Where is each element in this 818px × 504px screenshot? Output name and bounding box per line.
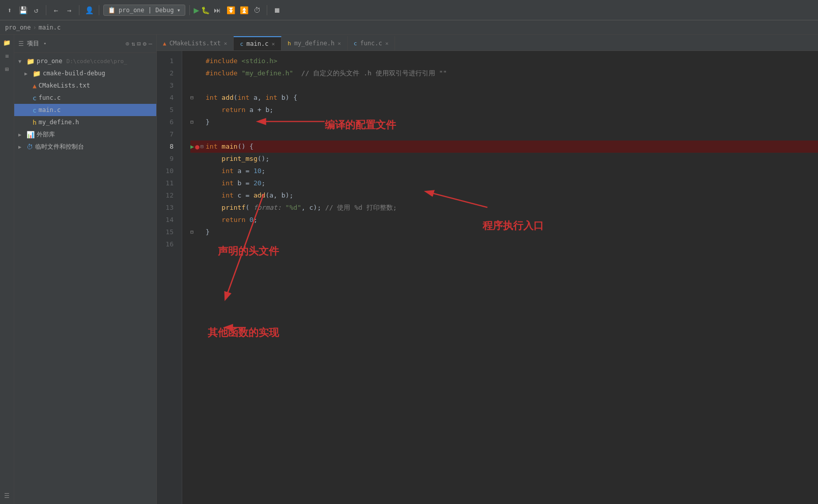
tab-close-funcc[interactable]: × (385, 40, 389, 47)
kw-int-11: int (221, 177, 233, 189)
line-num-15: 15 (157, 226, 178, 238)
header-icon-gear[interactable]: ⚙ (143, 40, 147, 47)
indent-9 (206, 153, 221, 165)
semi-11: ; (262, 177, 266, 189)
breadcrumb-file[interactable]: main.c (39, 24, 61, 31)
line-num-5: 5 (157, 104, 178, 116)
tab-close-cmakelists[interactable]: × (224, 40, 228, 47)
indent-14 (206, 214, 221, 226)
line-num-4: 4 (157, 92, 178, 104)
var-b-11: b = (234, 177, 253, 189)
code-line-15: ⊟ } (190, 226, 818, 238)
toolbar-icon-back[interactable]: ← (50, 5, 62, 16)
breadcrumb-project[interactable]: pro_one (5, 24, 31, 31)
profile-button[interactable]: ⏱ (251, 5, 263, 16)
sidebar-icon-settings[interactable]: ☰ (1, 490, 13, 502)
tab-cmakelists[interactable]: ▲ CMakeLists.txt × (157, 36, 234, 50)
chevron-cmake-build: ▶ (24, 71, 31, 76)
tab-label-funcc: func.c (360, 40, 382, 47)
code-line-16 (190, 238, 818, 250)
header-icon-mydefine: h (33, 119, 37, 126)
fn-print-msg: print_msg (221, 153, 257, 165)
gutter-15: ⊟ (190, 226, 206, 238)
tabs: ▲ CMakeLists.txt × c main.c × h my_defin… (157, 35, 818, 51)
tree-item-temp[interactable]: ▶ ⏱ 临时文件和控制台 (14, 141, 156, 153)
line-num-13: 13 (157, 202, 178, 214)
brace-15: } (206, 226, 210, 238)
toolbar-icon-open[interactable]: 💾 (17, 5, 29, 16)
stop-button[interactable]: ⏹ (271, 5, 283, 16)
toolbar-sep-5 (267, 5, 267, 15)
header-icon-collapse[interactable]: ⊟ (137, 40, 140, 47)
sidebar-icon-files[interactable]: 📁 (1, 37, 13, 49)
fold-icon-4[interactable]: ⊟ (190, 92, 193, 104)
tab-funcc[interactable]: c func.c × (348, 36, 396, 50)
code-line-13: printf( format: "%d", c); // 使用 %d 打印整数; (190, 202, 818, 214)
param-hint-13: format: (253, 202, 286, 214)
breakpoint-dot-8[interactable]: ● (195, 141, 199, 153)
run-button[interactable]: ▶ (194, 5, 200, 15)
step-over-button[interactable]: ⏭ (212, 5, 223, 16)
line-num-8: 8 (157, 141, 178, 153)
kw-int-8: int (206, 141, 217, 153)
tree-item-cmakelists[interactable]: ▲ CMakeLists.txt (14, 79, 156, 92)
tab-mainc[interactable]: c main.c × (234, 36, 281, 50)
val-14 (245, 214, 249, 226)
toolbar-icon-user[interactable]: 👤 (83, 5, 95, 16)
project-dropdown[interactable]: 📋 pro_one | Debug ▾ (103, 5, 185, 16)
expr-5: a + b; (245, 104, 273, 116)
temp-icon: ⏱ (26, 143, 33, 151)
fold-icon-15[interactable]: ⊟ (190, 226, 193, 238)
tree-item-funcc[interactable]: c func.c (14, 92, 156, 104)
tree-item-mainc[interactable]: c main.c (14, 104, 156, 116)
fold-icon-6[interactable]: ⊟ (190, 116, 193, 128)
line-num-10: 10 (157, 165, 178, 177)
header-icon-target[interactable]: ⊙ (126, 40, 129, 47)
code-line-3 (190, 79, 818, 92)
tree-item-root[interactable]: ▼ 📁 pro_one D:\code\ccode\pro_ (14, 55, 156, 67)
tab-close-mydefine[interactable]: × (337, 40, 341, 47)
toolbar-icon-save[interactable]: ⬆ (4, 5, 15, 16)
file-tree: ☰ 项目 • ⊙ ⇅ ⊟ ⚙ — ▼ 📁 pro_one D:\code\cco… (14, 35, 157, 504)
kw-int-12: int (221, 189, 233, 202)
step-out-button[interactable]: ⏫ (238, 5, 249, 16)
code-editor[interactable]: 1 2 3 4 5 6 7 8 9 10 11 12 13 14 15 16 (157, 51, 818, 504)
breadcrumb-sep: › (33, 24, 37, 31)
tree-item-libs[interactable]: ▶ 📊 外部库 (14, 128, 156, 141)
project-icon: 📋 (108, 7, 116, 14)
toolbar-icon-forward[interactable]: → (64, 5, 75, 16)
header-icon-menu[interactable]: ☰ (18, 40, 24, 47)
paren-9: (); (258, 153, 269, 165)
step-into-button[interactable]: ⏬ (225, 5, 236, 16)
toolbar-sep-1 (46, 5, 46, 15)
debug-button[interactable]: 🐛 (201, 6, 210, 14)
fn-add: add (221, 92, 233, 104)
libs-icon: 📊 (26, 131, 35, 138)
brace-6: } (206, 116, 210, 128)
tab-label-mydefine: my_define.h (294, 40, 334, 47)
kw-int-4: int (206, 92, 217, 104)
code-line-14: return 0; (190, 214, 818, 226)
tree-item-cmake-build[interactable]: ▶ 📁 cmake-build-debug (14, 67, 156, 79)
project-label: pro_one | Debug (119, 7, 174, 14)
sidebar-icons: 📁 ≡ ⊞ ☰ (0, 35, 14, 504)
header-icon-close[interactable]: — (149, 40, 152, 47)
tree-label-cmakelists: CMakeLists.txt (39, 82, 90, 89)
tree-label-cmake-build: cmake-build-debug (43, 70, 105, 77)
toolbar-icon-refresh[interactable]: ↺ (31, 5, 42, 16)
gutter-8: ▶ ● ⊟ (190, 141, 206, 153)
tab-icon-cmake: ▲ (163, 40, 166, 47)
tab-mydefine[interactable]: h my_define.h × (281, 36, 348, 50)
sidebar-icon-structure[interactable]: ⊞ (1, 63, 13, 75)
header-icon-expand[interactable]: ⇅ (131, 40, 135, 47)
args-12: (a, b); (265, 189, 293, 202)
paren-4: ( (234, 92, 238, 104)
toolbar-sep-2 (79, 5, 79, 15)
code-content[interactable]: #include <stdio.h> #include "my_define.h… (182, 51, 818, 504)
line-num-12: 12 (157, 189, 178, 202)
sidebar-icon-list[interactable]: ≡ (1, 50, 13, 62)
tree-item-mydefine[interactable]: h my_define.h (14, 116, 156, 128)
tree-content: ▼ 📁 pro_one D:\code\ccode\pro_ ▶ 📁 cmake… (14, 53, 156, 504)
tab-close-mainc[interactable]: × (271, 41, 275, 47)
fold-icon-8[interactable]: ⊟ (201, 141, 204, 153)
